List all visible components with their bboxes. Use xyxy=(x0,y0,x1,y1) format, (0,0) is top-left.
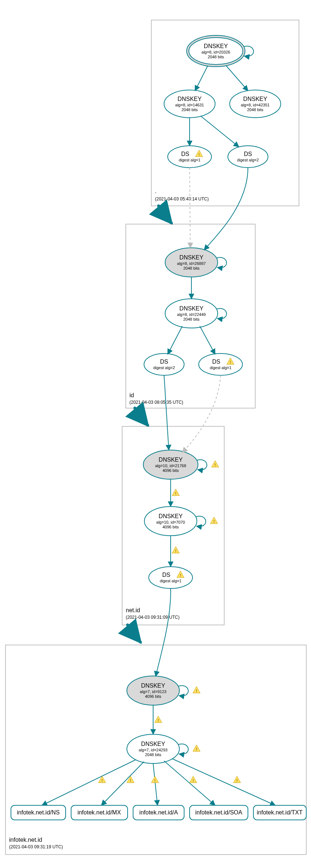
svg-point-14 xyxy=(168,146,211,168)
edge-infksk-self xyxy=(178,685,188,696)
svg-text:2048 bits: 2048 bits xyxy=(247,107,264,112)
warning-icon: ! xyxy=(127,776,134,783)
node-id-ksk[interactable]: DNSKEY alg=8, id=26887 2048 bits xyxy=(165,248,218,277)
svg-point-34 xyxy=(199,353,242,375)
zone-id-timestamp: (2021-04-03 08:05:35 UTC) xyxy=(129,400,183,405)
svg-text:digest alg=2: digest alg=2 xyxy=(153,365,175,370)
svg-text:2048 bits: 2048 bits xyxy=(208,55,224,59)
svg-text:2048 bits: 2048 bits xyxy=(183,317,200,321)
svg-text:!: ! xyxy=(175,549,176,553)
svg-text:4096 bits: 4096 bits xyxy=(145,694,162,699)
svg-text:!: ! xyxy=(193,778,194,783)
svg-text:digest alg=2: digest alg=2 xyxy=(237,158,259,162)
svg-text:DNSKEY: DNSKEY xyxy=(179,254,203,261)
node-root-ds1[interactable]: DS digest alg=1 xyxy=(168,146,211,168)
edge-idds2-netidksk xyxy=(164,375,169,450)
edge-rootksk-zsk1 xyxy=(195,66,208,91)
warning-icon: ! xyxy=(155,716,162,723)
svg-text:!: ! xyxy=(158,718,159,723)
svg-text:4096 bits: 4096 bits xyxy=(163,525,179,529)
warning-icon: ! xyxy=(211,461,219,467)
warning-icon: ! xyxy=(172,547,179,553)
svg-text:!: ! xyxy=(214,463,216,467)
edge-idzsk-ds2 xyxy=(168,326,182,354)
edge-idzsk-ds1 xyxy=(200,326,215,354)
rrset-soa[interactable]: infotek.net.id/SOA xyxy=(190,805,248,820)
svg-text:alg=8, id=20326: alg=8, id=20326 xyxy=(202,50,230,54)
svg-text:alg=7, id=9123: alg=7, id=9123 xyxy=(140,689,167,694)
node-root-ds2[interactable]: DS digest alg=2 xyxy=(228,146,268,168)
zone-infotek: infotek.net.id (2021-04-03 09:31:19 UTC)… xyxy=(5,589,306,855)
svg-text:alg=8, id=22449: alg=8, id=22449 xyxy=(177,312,206,317)
svg-text:!: ! xyxy=(196,689,197,693)
edge-infzsk-ns xyxy=(42,760,136,805)
warning-icon: ! xyxy=(172,489,179,496)
svg-text:digest alg=1: digest alg=1 xyxy=(210,365,232,370)
node-netid-ksk[interactable]: DNSKEY alg=10, id=21768 4096 bits xyxy=(143,450,198,479)
rrset-txt[interactable]: infotek.net.id/TXT xyxy=(253,805,306,820)
svg-text:DS: DS xyxy=(162,572,170,578)
edge-delegation-id-netid xyxy=(135,408,148,425)
edge-delegation-netid-infotek xyxy=(128,625,140,642)
node-id-ds2[interactable]: DS digest alg=2 xyxy=(144,353,184,375)
warning-icon: ! xyxy=(210,517,218,524)
edge-idds1-netidksk xyxy=(182,375,221,453)
svg-text:infotek.net.id/TXT: infotek.net.id/TXT xyxy=(257,809,303,816)
svg-text:digest alg=1: digest alg=1 xyxy=(160,579,182,583)
zone-id: id (2021-04-03 08:05:35 UTC) DNSKEY alg=… xyxy=(126,168,255,408)
svg-text:alg=8, id=14631: alg=8, id=14631 xyxy=(175,103,204,107)
edge-rootksk-zsk2 xyxy=(226,66,248,91)
svg-text:!: ! xyxy=(130,778,131,783)
node-root-ksk[interactable]: DNSKEY alg=8, id=20326 2048 bits xyxy=(187,35,245,67)
svg-text:2048 bits: 2048 bits xyxy=(183,266,200,270)
edge-netidds-infksk xyxy=(156,589,171,676)
rrset-mx[interactable]: infotek.net.id/MX xyxy=(71,805,128,820)
svg-text:DS: DS xyxy=(181,151,189,157)
svg-text:infotek.net.id/NS: infotek.net.id/NS xyxy=(17,809,59,816)
svg-text:DS: DS xyxy=(212,359,220,365)
node-netid-ds[interactable]: DS digest alg=1 xyxy=(149,567,193,589)
zone-infotek-timestamp: (2021-04-03 09:31:19 UTC) xyxy=(9,844,63,849)
warning-icon: ! xyxy=(193,745,200,751)
svg-text:DNSKEY: DNSKEY xyxy=(141,683,165,689)
zone-id-label: id xyxy=(129,392,134,398)
node-netid-zsk[interactable]: DNSKEY alg=10, id=7070 4096 bits xyxy=(144,507,197,536)
svg-text:4096 bits: 4096 bits xyxy=(163,468,179,473)
svg-text:DNSKEY: DNSKEY xyxy=(159,513,183,519)
svg-text:digest alg=1: digest alg=1 xyxy=(179,158,201,162)
svg-text:!: ! xyxy=(196,747,197,751)
svg-text:alg=8, id=26887: alg=8, id=26887 xyxy=(177,261,206,266)
svg-text:!: ! xyxy=(175,491,176,496)
svg-text:!: ! xyxy=(213,519,215,524)
svg-text:!: ! xyxy=(101,778,103,783)
svg-text:DNSKEY: DNSKEY xyxy=(141,741,165,747)
svg-text:infotek.net.id/MX: infotek.net.id/MX xyxy=(77,809,121,816)
svg-text:DS: DS xyxy=(244,151,252,157)
svg-text:!: ! xyxy=(154,778,156,783)
svg-text:!: ! xyxy=(180,573,181,578)
svg-text:2048 bits: 2048 bits xyxy=(145,752,162,757)
edge-zsk1-ds2 xyxy=(201,116,239,147)
rrset-ns[interactable]: infotek.net.id/NS xyxy=(11,805,66,820)
rrset-a[interactable]: infotek.net.id/A xyxy=(133,805,184,820)
node-id-ds1[interactable]: DS digest alg=1 xyxy=(199,353,242,375)
edge-rootds1-idksk xyxy=(190,168,190,248)
svg-text:DNSKEY: DNSKEY xyxy=(179,305,203,312)
svg-text:alg=10, id=7070: alg=10, id=7070 xyxy=(156,520,185,524)
svg-text:!: ! xyxy=(236,778,238,783)
svg-text:alg=10, id=21768: alg=10, id=21768 xyxy=(155,464,186,468)
svg-text:DNSKEY: DNSKEY xyxy=(204,43,228,49)
svg-text:!: ! xyxy=(198,152,200,157)
node-inf-zsk[interactable]: DNSKEY alg=7, id=24293 2048 bits xyxy=(127,734,179,763)
node-inf-ksk[interactable]: DNSKEY alg=7, id=9123 4096 bits xyxy=(127,676,179,705)
node-id-zsk[interactable]: DNSKEY alg=8, id=22449 2048 bits xyxy=(165,299,218,328)
edge-idzsk-self xyxy=(217,308,226,318)
node-root-zsk1[interactable]: DNSKEY alg=8, id=14631 2048 bits xyxy=(164,90,215,118)
svg-text:2048 bits: 2048 bits xyxy=(182,107,198,112)
edge-infzsk-a xyxy=(153,763,158,805)
svg-text:DS: DS xyxy=(160,359,168,365)
svg-text:alg=7, id=24293: alg=7, id=24293 xyxy=(139,748,168,752)
zone-root: . (2021-04-03 05:43:14 UTC) DNSKEY alg=8… xyxy=(151,20,299,206)
edge-infzsk-self xyxy=(178,744,188,754)
node-root-zsk2[interactable]: DNSKEY alg=8, id=42351 2048 bits xyxy=(230,90,281,118)
